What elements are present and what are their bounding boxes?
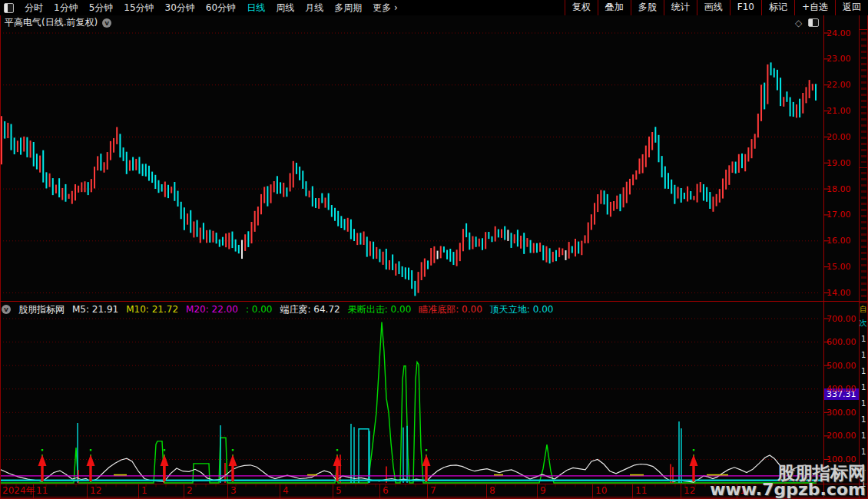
right-strip-item[interactable]: 1 (861, 383, 866, 392)
price-axis-label: 16.00 (827, 236, 857, 246)
toolbar-button-画线[interactable]: 画线 (697, 0, 730, 15)
indicator-header: v 股朋指标网M5: 21.91M10: 21.72M20: 22.00: 0.… (2, 303, 553, 316)
indicator-value-7: 瞄准底部: 0.00 (419, 303, 482, 316)
time-axis-label: 10 (595, 485, 607, 496)
period-tab-5分钟[interactable]: 5分钟 (89, 2, 114, 15)
right-strip-item[interactable]: 1 (861, 399, 866, 408)
price-axis-label: 23.00 (827, 54, 857, 64)
right-strip-item[interactable]: 1 (861, 431, 866, 440)
time-axis-label: 8 (489, 485, 495, 496)
indicator-value-5: 端庄窝: 64.72 (280, 303, 340, 316)
indicator-value-3: M20: 22.00 (186, 304, 238, 315)
right-strip-glyph[interactable]: 自 (860, 305, 867, 313)
time-axis-label: 12 (684, 485, 695, 496)
right-strip-item[interactable]: 1 (861, 448, 866, 456)
toolbar-button-叠加[interactable]: 叠加 (598, 0, 631, 15)
period-tab-更多 ›[interactable]: 更多 › (373, 2, 398, 15)
time-axis-label: 11 (635, 485, 647, 496)
diamond-icon[interactable]: ◇ (795, 18, 802, 28)
time-axis-label: 5 (336, 485, 342, 496)
period-tab-日线[interactable]: 日线 (247, 2, 265, 15)
indicator-value-1: M5: 21.91 (72, 304, 118, 315)
chevron-down-icon[interactable]: v (102, 18, 111, 28)
right-strip-texture (861, 32, 866, 163)
trading-terminal-window: 分时1分钟5分钟15分钟30分钟60分钟日线周线月线多周期更多 › 复权叠加多股… (0, 0, 868, 499)
indicator-axis-label: 400.00 (827, 384, 857, 394)
price-axis-label: 21.00 (827, 106, 857, 116)
charts-canvas (0, 0, 868, 499)
chevron-down-icon[interactable]: v (2, 305, 11, 314)
toolbar-button-+自选[interactable]: +自选 (794, 0, 835, 15)
watermark: 股朋指标网 www.7gpzb.com (710, 464, 866, 498)
right-strip-item[interactable]: 1 (861, 335, 866, 343)
indicator-axis-label: 600.00 (827, 337, 857, 347)
time-axis-label: 9 (540, 485, 546, 496)
time-axis-label: 1 (141, 485, 147, 496)
time-axis-label: 11 (36, 485, 48, 496)
action-buttons: 复权叠加多股统计画线F10标记+自选返回 (565, 0, 868, 15)
toolbar-button-标记[interactable]: 标记 (761, 0, 794, 15)
period-tab-多周期[interactable]: 多周期 (334, 2, 362, 15)
indicator-value-0: 股朋指标网 (18, 303, 65, 316)
price-axis-label: 22.00 (827, 80, 857, 90)
period-tab-1分钟[interactable]: 1分钟 (54, 2, 78, 15)
time-axis-label: 3 (230, 485, 237, 496)
price-axis-label: 18.00 (827, 184, 857, 194)
period-tab-60分钟[interactable]: 60分钟 (206, 2, 236, 15)
chart-title-row: 平高电气(日线.前复权) v (5, 17, 111, 28)
toolbar-button-统计[interactable]: 统计 (664, 0, 697, 15)
right-strip-item[interactable]: 1 (861, 351, 866, 359)
pane-toggle-icon[interactable] (808, 18, 819, 27)
watermark-line2: www.7gpzb.com (710, 481, 866, 498)
right-strip-texture (861, 172, 866, 299)
price-axis-label: 15.00 (827, 262, 857, 272)
price-axis-label: 24.00 (827, 28, 857, 38)
price-axis-label: 19.00 (827, 158, 857, 168)
indicator-axis-label: 700.00 (827, 314, 857, 324)
indicator-axis-label: 500.00 (827, 361, 857, 371)
price-axis-label: 17.00 (827, 210, 857, 220)
indicator-value-2: M10: 21.72 (126, 304, 178, 315)
time-axis-label: 7 (430, 485, 436, 496)
toolbar-button-F10[interactable]: F10 (730, 0, 761, 15)
time-axis-label: 2 (187, 485, 193, 496)
watermark-line1: 股朋指标网 (710, 464, 866, 481)
indicator-axis-label: 200.00 (827, 431, 857, 441)
indicator-axis-label: 300.00 (827, 408, 857, 418)
page-title: 平高电气(日线.前复权) (5, 16, 98, 29)
price-axis-label: 14.00 (827, 288, 857, 298)
indicator-value-6: 果断出击: 0.00 (348, 303, 412, 316)
period-tabs: 分时1分钟5分钟15分钟30分钟60分钟日线周线月线多周期更多 › (0, 0, 398, 15)
right-strip-item[interactable]: 1 (861, 367, 866, 375)
period-tab-30分钟[interactable]: 30分钟 (165, 2, 195, 15)
time-axis-label: 6 (383, 485, 389, 496)
top-toolbar: 分时1分钟5分钟15分钟30分钟60分钟日线周线月线多周期更多 › 复权叠加多股… (0, 0, 868, 15)
time-axis-label: 12 (90, 485, 101, 496)
indicator-value-8: 顶天立地: 0.00 (490, 303, 554, 316)
period-tab-月线[interactable]: 月线 (305, 2, 323, 15)
price-axis-label: 20.00 (827, 132, 857, 142)
toolbar-button-多股[interactable]: 多股 (631, 0, 664, 15)
time-axis-label: 4 (283, 485, 289, 496)
indicator-value-4: : 0.00 (246, 304, 273, 315)
window-icon[interactable] (4, 3, 14, 13)
time-axis-label: 2024年 (2, 485, 35, 496)
period-tab-周线[interactable]: 周线 (276, 2, 294, 15)
toolbar-button-复权[interactable]: 复权 (565, 0, 598, 15)
right-strip-glyph[interactable]: 次 (860, 319, 867, 327)
period-tab-分时[interactable]: 分时 (25, 2, 43, 15)
right-strip-item[interactable]: 1 (861, 415, 866, 424)
toolbar-button-返回[interactable]: 返回 (835, 0, 868, 15)
period-tab-15分钟[interactable]: 15分钟 (124, 2, 154, 15)
